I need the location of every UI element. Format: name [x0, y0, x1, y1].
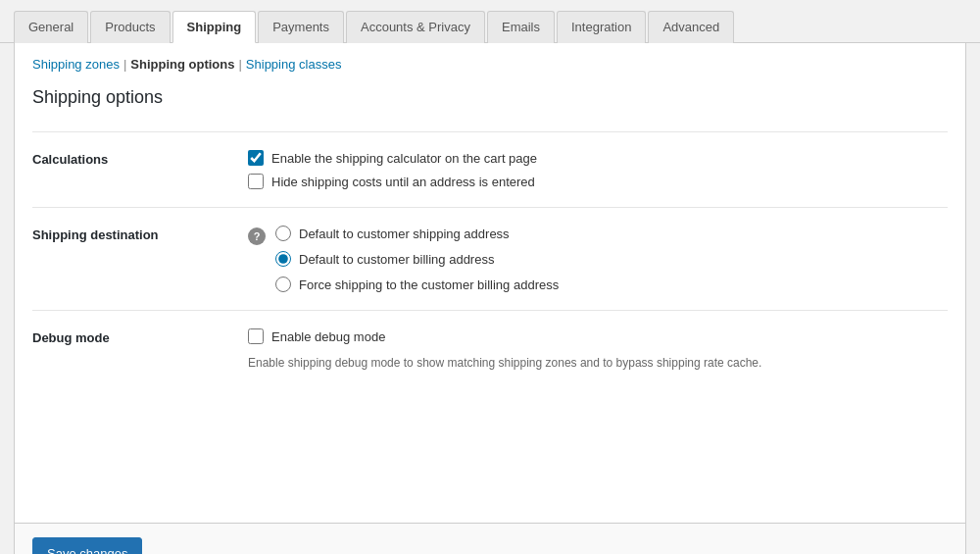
radio-billing-label: Default to customer billing address	[299, 252, 494, 267]
calculations-row: Calculations Enable the shipping calcula…	[32, 131, 948, 207]
settings-table: Calculations Enable the shipping calcula…	[32, 131, 948, 389]
debug-mode-content: Enable debug mode Enable shipping debug …	[248, 328, 948, 372]
tab-shipping[interactable]: Shipping	[172, 11, 257, 43]
calculator-label: Enable the shipping calculator on the ca…	[271, 151, 537, 166]
subnav-separator-2: |	[238, 57, 241, 72]
radio-shipping-address[interactable]	[275, 226, 291, 241]
tab-accounts-privacy[interactable]: Accounts & Privacy	[346, 11, 485, 43]
shipping-destination-label: Shipping destination	[32, 226, 248, 292]
hide-costs-checkbox[interactable]	[248, 174, 264, 189]
save-changes-button[interactable]: Save changes	[32, 537, 142, 554]
subnav-separator-1: |	[123, 57, 126, 72]
radio-row-force-billing: Force shipping to the customer billing a…	[275, 277, 559, 292]
debug-label: Enable debug mode	[271, 329, 385, 344]
page-wrapper: General Products Shipping Payments Accou…	[0, 0, 980, 554]
tab-advanced[interactable]: Advanced	[648, 11, 734, 43]
calculations-content: Enable the shipping calculator on the ca…	[248, 150, 948, 189]
content-area: Shipping zones | Shipping options | Ship…	[14, 43, 966, 524]
help-icon[interactable]: ?	[248, 227, 266, 245]
debug-mode-row: Debug mode Enable debug mode Enable ship…	[32, 310, 948, 389]
shipping-destination-content: ? Default to customer shipping address D…	[248, 226, 948, 292]
tab-emails[interactable]: Emails	[487, 11, 555, 43]
debug-description: Enable shipping debug mode to show match…	[248, 354, 948, 372]
debug-mode-label: Debug mode	[32, 328, 248, 372]
debug-checkbox[interactable]	[248, 328, 264, 344]
subnav-zones-link[interactable]: Shipping zones	[32, 57, 120, 72]
radio-force-billing-label: Force shipping to the customer billing a…	[299, 277, 559, 292]
calculator-checkbox[interactable]	[248, 150, 264, 166]
shipping-destination-row: Shipping destination ? Default to custom…	[32, 207, 948, 310]
page-title: Shipping options	[32, 87, 948, 108]
shipping-dest-inner: ? Default to customer shipping address D…	[248, 226, 948, 292]
radio-row-shipping: Default to customer shipping address	[275, 226, 559, 241]
tab-products[interactable]: Products	[90, 11, 170, 43]
tab-general[interactable]: General	[14, 11, 88, 43]
debug-checkbox-row: Enable debug mode	[248, 328, 948, 344]
subnav-classes-link[interactable]: Shipping classes	[246, 57, 342, 72]
calculator-checkbox-row: Enable the shipping calculator on the ca…	[248, 150, 948, 166]
radio-force-billing[interactable]	[275, 277, 291, 292]
hide-costs-label: Hide shipping costs until an address is …	[271, 175, 535, 189]
tab-integration[interactable]: Integration	[557, 11, 646, 43]
save-section: Save changes	[14, 524, 966, 554]
tabs-bar: General Products Shipping Payments Accou…	[0, 0, 980, 43]
hide-costs-checkbox-row: Hide shipping costs until an address is …	[248, 174, 948, 189]
radio-row-billing: Default to customer billing address	[275, 251, 559, 267]
radio-shipping-label: Default to customer shipping address	[299, 227, 510, 241]
tab-payments[interactable]: Payments	[258, 11, 344, 43]
sub-nav: Shipping zones | Shipping options | Ship…	[32, 57, 948, 72]
radio-billing-address[interactable]	[275, 251, 291, 267]
radio-group: Default to customer shipping address Def…	[275, 226, 559, 292]
subnav-options-current: Shipping options	[130, 57, 234, 72]
calculations-label: Calculations	[32, 150, 248, 189]
